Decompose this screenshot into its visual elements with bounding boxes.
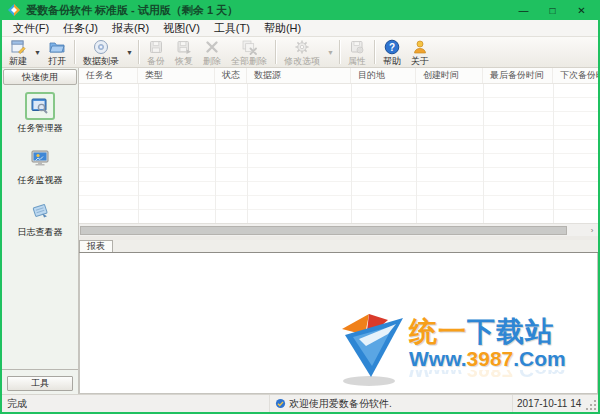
- backup-icon: [148, 39, 164, 55]
- new-task-icon: [10, 39, 26, 55]
- welcome-icon: [275, 398, 286, 409]
- resize-grip[interactable]: [585, 399, 598, 412]
- status-text: 完成: [2, 395, 270, 412]
- backup-button: 备份: [142, 38, 170, 66]
- new-task-button[interactable]: 新建: [4, 38, 32, 66]
- watermark-logo: 统一下载站 Www.3987.Com Www.3987.Com: [339, 307, 595, 391]
- sidebar-item-task-manager[interactable]: 任务管理器: [18, 92, 63, 135]
- watermark-site-name: 统一下载站: [409, 317, 566, 347]
- svg-text:?: ?: [389, 42, 395, 53]
- task-manager-icon: [30, 96, 50, 116]
- about-button[interactable]: 关于: [406, 38, 434, 66]
- app-logo-icon[interactable]: [7, 3, 21, 17]
- sidebar-footer: 工具: [2, 369, 78, 394]
- data-burn-button[interactable]: 数据刻录: [78, 38, 124, 66]
- task-table-body: [79, 84, 598, 223]
- delete-button: 删除: [198, 38, 226, 66]
- column-header-task-name[interactable]: 任务名: [79, 68, 138, 83]
- delete-all-icon: [241, 39, 257, 55]
- sidebar-items: 任务管理器 任务监视器: [2, 86, 78, 369]
- menu-tools[interactable]: 工具(T): [207, 20, 257, 36]
- restore-button: 恢复: [170, 38, 198, 66]
- status-message: 欢迎使用爱数备份软件.: [289, 397, 392, 411]
- menu-task[interactable]: 任务(J): [56, 20, 105, 36]
- sidebar-item-task-monitor[interactable]: 任务监视器: [18, 144, 63, 187]
- modify-options-button: 修改选项: [279, 38, 325, 66]
- menu-report[interactable]: 报表(R): [105, 20, 156, 36]
- modify-options-dropdown-icon: ▼: [325, 49, 336, 56]
- toolbar-separator: [74, 40, 75, 64]
- sidebar-header-quick-use[interactable]: 快速使用: [3, 69, 77, 85]
- open-button[interactable]: 打开: [43, 38, 71, 66]
- menu-help[interactable]: 帮助(H): [257, 20, 308, 36]
- properties-label: 属性: [348, 56, 366, 66]
- task-manager-iconbox: [25, 92, 55, 120]
- about-label: 关于: [411, 56, 429, 66]
- main-panel: 任务名 类型 状态 数据源 目的地 创建时间 最后备份时间 下次备份时间 › 报…: [79, 68, 598, 394]
- watermark-arrow-icon: [339, 309, 407, 389]
- scrollbar-thumb[interactable]: [80, 226, 567, 235]
- restore-label: 恢复: [175, 56, 193, 66]
- task-monitor-label: 任务监视器: [18, 174, 63, 187]
- log-viewer-icon: [30, 200, 50, 220]
- help-icon: ?: [384, 39, 400, 55]
- status-datetime: 2017-10-11 14: [513, 398, 585, 409]
- column-header-created-time[interactable]: 创建时间: [416, 68, 483, 83]
- watermark-url-part3: .Com: [513, 347, 566, 370]
- sidebar-item-log-viewer[interactable]: 日志查看器: [18, 196, 63, 239]
- column-header-last-backup-time[interactable]: 最后备份时间: [483, 68, 553, 83]
- menubar: 文件(F) 任务(J) 报表(R) 视图(V) 工具(T) 帮助(H): [2, 20, 598, 37]
- about-icon: [412, 39, 428, 55]
- task-table-header: 任务名 类型 状态 数据源 目的地 创建时间 最后备份时间 下次备份时间: [79, 68, 598, 84]
- delete-all-button: 全部删除: [226, 38, 272, 66]
- task-monitor-iconbox: [25, 144, 55, 172]
- watermark-url-part1: Www.: [409, 347, 467, 370]
- horizontal-scrollbar[interactable]: ›: [79, 223, 598, 236]
- column-header-type[interactable]: 类型: [138, 68, 215, 83]
- titlebar: 爱数备份软件 标准版 - 试用版（剩余 1 天） — □ ✕: [2, 0, 598, 20]
- report-panel: 统一下载站 Www.3987.Com Www.3987.Com: [79, 253, 598, 394]
- watermark-site-name-part1: 统一: [409, 316, 467, 347]
- toolbar: 新建 ▼ 打开 数据刻录 ▼ 备份: [2, 37, 598, 68]
- statusbar: 完成 欢迎使用爱数备份软件. 2017-10-11 14: [2, 394, 598, 412]
- help-label: 帮助: [383, 56, 401, 66]
- help-button[interactable]: ? 帮助: [378, 38, 406, 66]
- menu-file[interactable]: 文件(F): [6, 20, 56, 36]
- new-task-dropdown-icon[interactable]: ▼: [32, 49, 43, 56]
- watermark-url-part2: 3987: [467, 347, 514, 370]
- modify-options-icon: [294, 39, 310, 55]
- report-tabbar: 报表: [79, 240, 598, 253]
- task-table: 任务名 类型 状态 数据源 目的地 创建时间 最后备份时间 下次备份时间 ›: [79, 68, 598, 236]
- data-burn-dropdown-icon[interactable]: ▼: [124, 49, 135, 56]
- delete-label: 删除: [203, 56, 221, 66]
- column-header-status[interactable]: 状态: [215, 68, 247, 83]
- toolbar-separator: [339, 40, 340, 64]
- properties-button: 属性: [343, 38, 371, 66]
- toolbar-separator: [374, 40, 375, 64]
- burn-cd-icon: [93, 39, 109, 55]
- delete-icon: [204, 39, 220, 55]
- watermark-text: 统一下载站 Www.3987.Com Www.3987.Com: [409, 317, 566, 382]
- backup-label: 备份: [147, 56, 165, 66]
- column-header-next-backup-time[interactable]: 下次备份时间: [553, 68, 598, 83]
- watermark-reflection: Www.3987.Com: [409, 370, 566, 382]
- column-header-destination[interactable]: 目的地: [351, 68, 416, 83]
- scrollbar-right-arrow-icon[interactable]: ›: [586, 225, 598, 236]
- open-folder-icon: [49, 39, 65, 55]
- log-viewer-label: 日志查看器: [18, 226, 63, 239]
- log-viewer-iconbox: [25, 196, 55, 224]
- status-message-panel: 欢迎使用爱数备份软件.: [270, 395, 513, 412]
- maximize-button[interactable]: □: [538, 1, 567, 19]
- watermark-url: Www.3987.Com: [409, 347, 566, 370]
- menu-view[interactable]: 视图(V): [156, 20, 207, 36]
- minimize-button[interactable]: —: [509, 1, 538, 19]
- close-button[interactable]: ✕: [567, 1, 596, 19]
- tools-button[interactable]: 工具: [7, 376, 73, 391]
- window-controls: — □ ✕: [509, 1, 596, 19]
- column-header-data-source[interactable]: 数据源: [247, 68, 351, 83]
- tab-report[interactable]: 报表: [79, 240, 113, 252]
- task-manager-label: 任务管理器: [18, 122, 63, 135]
- restore-icon: [176, 39, 192, 55]
- delete-all-label: 全部删除: [231, 56, 267, 66]
- modify-options-label: 修改选项: [284, 56, 320, 66]
